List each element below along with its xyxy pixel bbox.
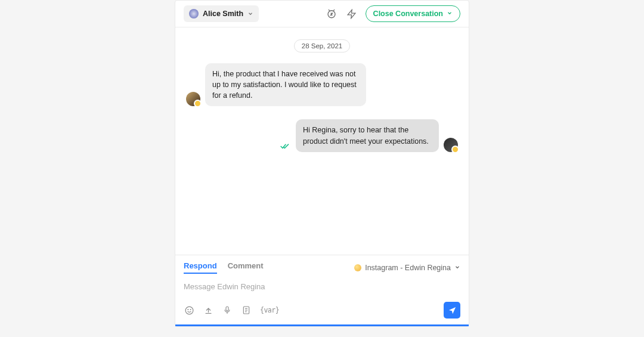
messages-area: 28 Sep, 2021 Hi, the product that I have… [175, 27, 469, 255]
conversation-header: Alice Smith Close Conversation [175, 1, 469, 27]
variable-button[interactable]: {var} [260, 306, 279, 314]
message-row: Hi, the product that I have received was… [186, 63, 458, 106]
assigned-agent-dropdown[interactable]: Alice Smith [184, 5, 259, 22]
quick-action-button[interactable] [345, 7, 358, 20]
attach-button[interactable] [203, 305, 213, 316]
composer: Respond Comment Instagram - Edwin Regina… [175, 255, 469, 324]
contact-avatar [186, 92, 200, 106]
conversation-panel: Alice Smith Close Conversation [175, 0, 469, 327]
svg-point-3 [187, 309, 188, 310]
svg-marker-1 [348, 10, 355, 18]
voice-button[interactable] [222, 305, 233, 316]
date-separator: 28 Sep, 2021 [294, 39, 350, 52]
read-receipt-icon [280, 141, 290, 152]
message-row: Hi Regina, sorry to hear that the produc… [186, 119, 458, 152]
template-button[interactable] [241, 305, 252, 316]
tab-respond[interactable]: Respond [184, 261, 217, 274]
svg-point-4 [190, 309, 191, 310]
message-bubble: Hi, the product that I have received was… [205, 63, 366, 106]
composer-toolbar: {var} [184, 302, 460, 319]
channel-selector[interactable]: Instagram - Edwin Regina [354, 264, 460, 272]
svg-point-2 [185, 307, 193, 314]
agent-avatar [444, 138, 458, 152]
close-conversation-label: Close Conversation [373, 10, 443, 18]
channel-label: Instagram - Edwin Regina [365, 264, 451, 272]
composer-tabs-left: Respond Comment [184, 261, 264, 274]
chevron-down-icon [454, 264, 460, 272]
agent-name-label: Alice Smith [203, 10, 243, 18]
composer-tabs: Respond Comment Instagram - Edwin Regina [184, 261, 460, 274]
message-input[interactable]: Message Edwin Regina [184, 280, 460, 302]
header-actions: Close Conversation [325, 5, 460, 22]
chevron-down-icon [447, 10, 453, 18]
emoji-button[interactable] [184, 305, 194, 316]
composer-accent-bar [175, 324, 469, 326]
chevron-down-icon [247, 8, 253, 19]
agent-avatar-icon [189, 9, 199, 18]
instagram-icon [354, 264, 361, 271]
message-bubble: Hi Regina, sorry to hear that the produc… [296, 119, 439, 152]
svg-rect-5 [226, 307, 228, 311]
tab-comment[interactable]: Comment [228, 261, 264, 274]
send-button[interactable] [444, 302, 460, 319]
snooze-button[interactable] [325, 7, 338, 20]
composer-toolbar-left: {var} [184, 305, 279, 316]
close-conversation-button[interactable]: Close Conversation [366, 5, 460, 22]
